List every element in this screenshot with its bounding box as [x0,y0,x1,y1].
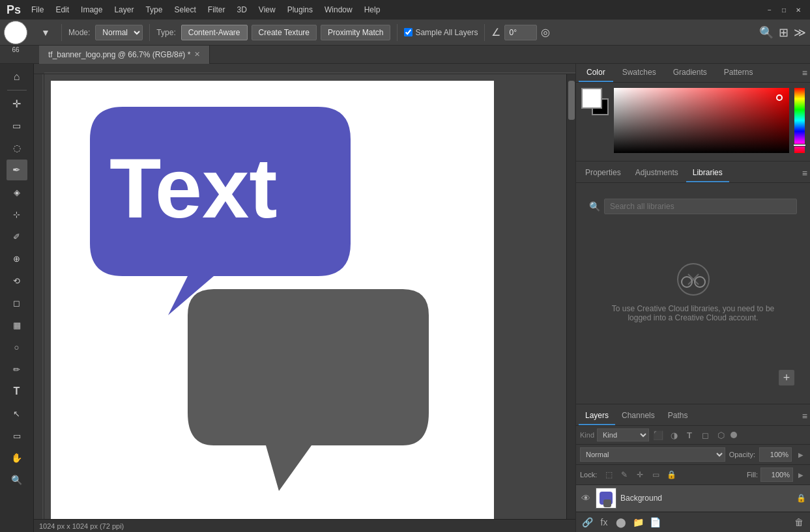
filter-shape-button[interactable]: ◻ [699,428,712,441]
filter-type-button[interactable]: T [683,428,696,441]
menu-image[interactable]: Image [76,4,108,16]
lock-all-button[interactable]: 🔒 [665,469,678,481]
close-button[interactable]: ✕ [793,5,803,15]
brush-size-control[interactable]: 66 [4,21,27,44]
document-tab[interactable]: tf_banner_logo.png @ 66.7% (RGB/8#) * ✕ [39,46,210,64]
lock-position-button[interactable]: ✎ [618,469,631,481]
angle-input[interactable] [504,25,537,40]
rectangular-marquee-tool[interactable]: ▭ [7,115,27,136]
panels-button[interactable]: ⊞ [779,25,788,40]
color-gradient-picker[interactable] [614,88,789,153]
delete-layer-button[interactable]: 🗑 [792,515,806,529]
sample-all-layers-label[interactable]: Sample All Layers [404,28,478,37]
fill-arrow-button[interactable]: ▶ [796,469,806,480]
healing-brush-tool[interactable]: ⊕ [7,248,27,269]
menu-window[interactable]: Window [319,4,358,16]
menu-view[interactable]: View [253,4,281,16]
gradient-tool[interactable]: ▦ [7,315,27,335]
lock-artboard-button[interactable]: ▭ [649,469,662,481]
canvas-document[interactable]: Text [51,81,494,523]
home-tool[interactable]: ⌂ [7,66,27,87]
tab-layers[interactable]: Layers [579,407,615,425]
color-panel-menu-button[interactable]: ≡ [802,68,807,78]
opacity-arrow-button[interactable]: ▶ [796,449,806,460]
tab-adjustments[interactable]: Adjustments [629,164,685,182]
path-selection-tool[interactable]: ↖ [7,403,27,424]
zoom-tool[interactable]: 🔍 [7,469,27,490]
create-group-button[interactable]: 📁 [631,515,645,529]
history-brush-tool[interactable]: ⟲ [7,270,27,291]
menu-plugins[interactable]: Plugins [282,4,318,16]
crop-tool[interactable]: ⊹ [7,204,27,225]
lasso-tool[interactable]: ◌ [7,137,27,158]
filter-dot[interactable] [730,432,737,438]
shape-tool[interactable]: ▭ [7,425,27,446]
vertical-scrollbar[interactable] [566,74,575,523]
blend-mode-select[interactable]: Normal [580,447,725,462]
layer-visibility-button[interactable]: 👁 [580,492,592,504]
minimize-button[interactable]: − [764,5,775,15]
menu-bar[interactable]: File Edit Image Layer Type Select Filter… [26,4,385,16]
tab-paths[interactable]: Paths [661,407,695,425]
brush-circle[interactable] [4,21,27,44]
filter-pixel-button[interactable]: ⬛ [652,428,665,441]
search-button[interactable]: 🔍 [759,25,774,40]
add-mask-button[interactable]: ⬤ [614,515,628,529]
canvas-content[interactable]: Text [44,74,575,523]
eyedropper-tool[interactable]: ✐ [7,226,27,247]
restore-button[interactable]: □ [779,5,789,15]
color-crosshair [776,94,783,101]
menu-select[interactable]: Select [169,4,201,16]
menu-help[interactable]: Help [359,4,386,16]
add-style-button[interactable]: fx [597,515,611,529]
tab-properties[interactable]: Properties [579,164,628,182]
fg-bg-swatches[interactable] [581,88,609,115]
tab-patterns[interactable]: Patterns [716,64,761,82]
menu-layer[interactable]: Layer [109,4,139,16]
filter-adjustment-button[interactable]: ◑ [667,428,680,441]
patch-tool[interactable]: ◈ [7,182,27,203]
sample-all-layers-checkbox[interactable] [404,28,412,36]
fill-input[interactable] [760,468,793,482]
link-layers-button[interactable]: 🔗 [580,515,594,529]
eraser-tool[interactable]: ◻ [7,292,27,313]
create-texture-button[interactable]: Create Texture [252,25,317,40]
tab-channels[interactable]: Channels [615,407,661,425]
foreground-swatch[interactable] [581,88,602,109]
brush-options-button[interactable]: ▼ [36,23,55,42]
menu-file[interactable]: File [26,4,49,16]
proximity-match-button[interactable]: Proximity Match [321,25,390,40]
hue-bar[interactable] [794,88,805,153]
menu-edit[interactable]: Edit [50,4,74,16]
tab-swatches[interactable]: Swatches [615,64,664,82]
close-tab-button[interactable]: ✕ [194,50,200,59]
brush-tool[interactable]: ✒ [7,160,27,180]
layer-item-background[interactable]: 👁 Background 🔒 [576,485,810,512]
tab-gradients[interactable]: Gradients [665,64,715,82]
lock-move-button[interactable]: ✛ [633,469,646,481]
create-layer-button[interactable]: 📄 [648,515,662,529]
dodge-tool[interactable]: ○ [7,337,27,357]
menu-type[interactable]: Type [140,4,167,16]
menu-filter[interactable]: Filter [203,4,231,16]
lock-pixels-button[interactable]: ⬚ [602,469,615,481]
options-button[interactable]: ≫ [794,25,806,40]
text-tool[interactable]: T [7,381,27,402]
tab-libraries[interactable]: Libraries [686,164,729,182]
add-library-button[interactable]: + [779,370,794,385]
layers-panel-menu-button[interactable]: ≡ [802,411,807,421]
opacity-input[interactable] [759,447,792,462]
menu-3d[interactable]: 3D [232,4,252,16]
pen-tool[interactable]: ✏ [7,359,27,380]
content-aware-button[interactable]: Content-Aware [181,25,248,40]
libraries-search-input[interactable] [604,199,797,214]
filter-smartobject-button[interactable]: ⬡ [714,428,727,441]
scroll-thumb-vertical[interactable] [568,81,575,120]
window-controls[interactable]: − □ ✕ [764,5,803,15]
move-tool[interactable]: ✛ [7,93,27,114]
tab-color[interactable]: Color [579,64,613,82]
filter-kind-select[interactable]: Kind [597,428,649,441]
mode-select[interactable]: Normal [95,25,143,40]
hand-tool[interactable]: ✋ [7,447,27,468]
lower-panel-menu-button[interactable]: ≡ [802,168,807,178]
